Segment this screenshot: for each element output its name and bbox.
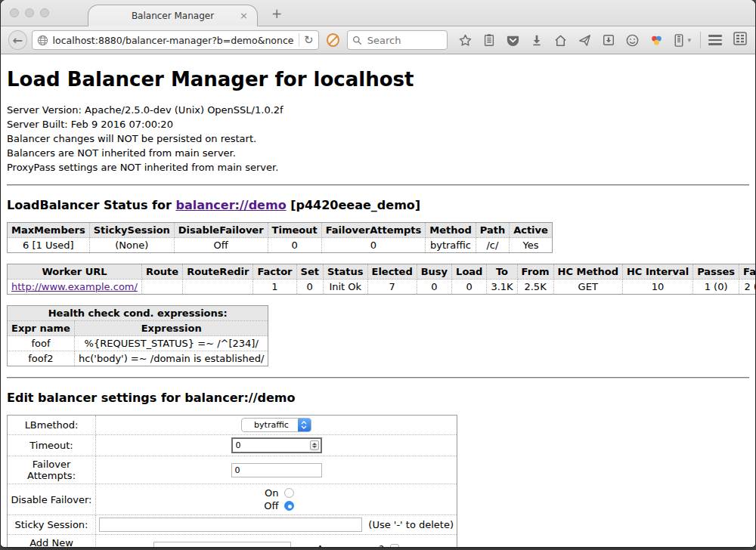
cell-path: /c/ [476,238,509,253]
server-built: Server Built: Feb 9 2016 07:00:20 [7,117,749,131]
tab-balancer-manager[interactable]: Balancer Manager × [88,5,258,26]
status-heading-prefix: LoadBalancer Status for [7,198,175,212]
col-elected: Elected [367,264,417,280]
url-bar[interactable]: localhost:8880/balancer-manager?b=demo&n… [32,30,319,50]
sticky-session-row: Sticky Session: (Use '-' to delete) [8,515,457,535]
reload-icon[interactable]: ↻ [304,35,314,46]
back-icon[interactable]: ← [8,30,27,50]
browser-window: Balancer Manager × + ← localhost:8880/ba… [1,0,755,547]
timeout-input[interactable] [231,437,322,453]
number-stepper-icon[interactable] [310,440,319,450]
url-text[interactable]: localhost:8880/balancer-manager?b=demo&n… [53,35,294,46]
edit-settings-heading: Edit balancer settings for balancer://de… [7,391,749,405]
col-status: Status [323,264,367,280]
dropdown-caret-icon[interactable]: ▾ [688,36,692,44]
status-heading-suffix: [p4420eeae_demo] [287,198,421,212]
reading-list-icon[interactable] [482,33,496,47]
download-icon[interactable] [530,33,544,47]
bookmark-star-icon[interactable] [458,33,472,48]
cell-timeout: 0 [268,238,321,253]
col-disablefailover: DisableFailover [174,223,268,238]
divider [7,377,749,379]
worker-row: http://www.example.com/ 1 0 Init Ok 7 0 … [8,280,756,295]
device-icon[interactable] [674,33,684,48]
worker-table: Worker URL Route RouteRedir Factor Set S… [7,264,755,295]
send-tab-icon[interactable] [578,33,592,48]
pocket-icon[interactable] [506,33,520,48]
are-you-sure-label: Are you sure? [317,543,384,548]
health-row: foof %{REQUEST_STATUS} =~ /^[234]/ [8,336,268,351]
inherit-note: Balancers are NOT inherited from main se… [7,146,749,160]
col-path: Path [476,223,509,238]
balancer-table: MaxMembers StickySession DisableFailover… [7,222,553,253]
lbmethod-label: LBmethod: [8,416,96,435]
new-tab-button[interactable]: + [271,6,282,21]
search-bar[interactable] [347,30,448,50]
worker-url-link[interactable]: http://www.example.com/ [11,281,138,292]
cell-status: Init Ok [323,280,367,295]
cell-to: 3.1K [487,280,517,295]
block-icon[interactable] [327,33,339,47]
add-worker-row: Add New Worker: Are you sure? [8,535,457,548]
home-icon[interactable] [553,33,568,48]
globe-icon [37,35,48,46]
cell-factor: 1 [253,280,296,295]
menu-icon[interactable] [708,35,722,45]
cell-hc-method: GET [553,280,622,295]
cell-fails: 2 (0) [739,280,755,295]
apps-grid-icon[interactable] [733,31,748,46]
health-title-row: Health check cond. expressions: [8,306,268,321]
add-worker-input[interactable] [153,542,291,548]
page-title: Load Balancer Manager for localhost [7,68,749,91]
col-failoverattempts: FailoverAttempts [321,223,426,238]
col-load: Load [452,264,487,280]
failover-attempts-input[interactable] [231,463,322,477]
cell-expr-name: foof2 [8,351,75,366]
search-icon [352,36,362,45]
lbmethod-select[interactable]: bytraffic [241,418,311,432]
proxypass-note: ProxyPass settings are NOT inherited fro… [7,160,749,175]
zoom-window-button[interactable] [40,8,49,17]
balancer-settings-form: LBmethod: bytraffic Timeout: [7,415,457,547]
screenshot-icon[interactable] [602,33,615,47]
radio-off[interactable] [284,501,294,511]
minimize-window-button[interactable] [25,8,34,17]
col-method: Method [426,223,476,238]
tab-title: Balancer Manager [132,11,214,21]
search-input[interactable] [366,34,434,47]
add-worker-label: Add New Worker: [8,535,96,548]
server-version: Server Version: Apache/2.5.0-dev (Unix) … [7,103,749,117]
health-row: foof2 hc('body') =~ /domain is establish… [8,351,268,366]
close-tab-icon[interactable]: × [240,11,248,20]
balancer-link[interactable]: balancer://demo [175,198,286,212]
cell-maxmembers: 6 [1 Used] [8,238,90,253]
col-set: Set [296,264,323,280]
cell-stickysession: (None) [89,238,174,253]
col-from: From [517,264,553,280]
cell-set: 0 [296,280,323,295]
cell-elected: 7 [367,280,417,295]
cell-method: bytraffic [426,238,476,253]
timeout-label: Timeout: [8,435,96,456]
tab-bar: Balancer Manager × + [1,0,755,26]
col-stickysession: StickySession [89,223,174,238]
window-controls [10,8,49,17]
cell-expr-name: foof [8,336,75,351]
col-active: Active [510,223,553,238]
col-hc-interval: HC Interval [622,264,692,280]
urlbar-divider [299,33,299,47]
sticky-session-input[interactable] [99,518,362,532]
close-window-button[interactable] [10,8,19,17]
failover-attempts-row: Failover Attempts: [8,456,457,484]
color-swatch-icon[interactable] [649,33,664,48]
are-you-sure-checkbox[interactable] [390,544,399,547]
col-fails: Fails [739,264,755,280]
radio-on[interactable] [284,488,294,498]
cell-passes: 1 (0) [693,280,739,295]
col-passes: Passes [693,264,739,280]
chat-smiley-icon[interactable] [625,33,640,48]
persist-note: Balancer changes will NOT be persisted o… [7,131,749,146]
col-expression: Expression [74,321,268,336]
cell-hc-interval: 10 [622,280,692,295]
radio-on-label: On [259,487,279,499]
